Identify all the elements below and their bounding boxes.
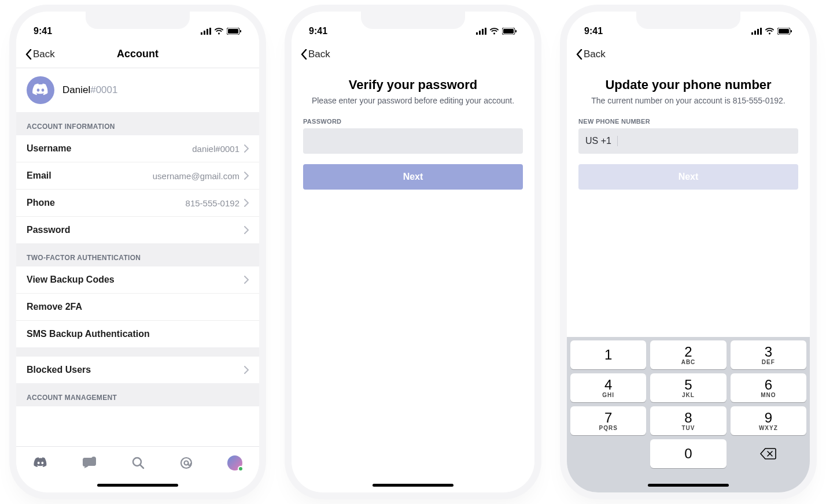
key-letters: MNO bbox=[761, 392, 776, 398]
tab-search[interactable] bbox=[131, 456, 145, 470]
key-blank bbox=[570, 439, 646, 468]
row-value: 815-555-0192 bbox=[186, 198, 239, 208]
key-8[interactable]: 8TUV bbox=[650, 406, 726, 435]
svg-rect-20 bbox=[754, 31, 756, 35]
key-digit: 4 bbox=[604, 378, 612, 392]
row-password[interactable]: Password bbox=[16, 217, 259, 243]
key-digit: 0 bbox=[684, 447, 692, 461]
back-button[interactable]: Back bbox=[301, 49, 330, 60]
svg-rect-25 bbox=[791, 30, 792, 32]
phone-input[interactable]: US +1 bbox=[578, 128, 798, 154]
key-9[interactable]: 9WXYZ bbox=[731, 406, 806, 435]
country-code-prefix[interactable]: US +1 bbox=[585, 136, 618, 146]
tab-profile[interactable] bbox=[227, 455, 242, 470]
chevron-right-icon bbox=[244, 144, 249, 153]
key-letters: DEF bbox=[762, 359, 775, 365]
row-label: SMS Backup Authentication bbox=[27, 329, 150, 339]
keypad-footer bbox=[567, 472, 810, 492]
status-right bbox=[751, 28, 792, 35]
numeric-keypad: 1 2ABC 3DEF 4GHI 5JKL 6MNO 7PQRS 8TUV 9W… bbox=[567, 337, 810, 472]
at-icon bbox=[179, 456, 193, 470]
back-button[interactable]: Back bbox=[25, 49, 55, 60]
row-email[interactable]: Email username@gmail.com bbox=[16, 162, 259, 190]
key-letters: PQRS bbox=[599, 425, 617, 431]
home-indicator bbox=[373, 484, 453, 487]
chevron-right-icon bbox=[244, 366, 249, 374]
cellular-icon bbox=[751, 28, 762, 35]
status-time: 9:41 bbox=[309, 26, 327, 36]
svg-rect-0 bbox=[201, 32, 202, 35]
next-button-label: Next bbox=[403, 172, 423, 182]
key-6[interactable]: 6MNO bbox=[731, 373, 806, 402]
key-3[interactable]: 3DEF bbox=[731, 340, 806, 369]
row-remove-2fa[interactable]: Remove 2FA bbox=[16, 294, 259, 321]
wifi-icon bbox=[214, 28, 224, 35]
nav-bar: Back Account bbox=[16, 40, 259, 68]
key-7[interactable]: 7PQRS bbox=[570, 406, 646, 435]
friends-icon bbox=[82, 457, 97, 469]
row-label: Email bbox=[27, 171, 51, 181]
tab-home[interactable] bbox=[33, 457, 48, 469]
row-value: username@gmail.com bbox=[153, 171, 239, 181]
avatar bbox=[27, 76, 54, 104]
tab-mentions[interactable] bbox=[179, 456, 193, 470]
key-1[interactable]: 1 bbox=[570, 340, 646, 369]
nav-bar: Back bbox=[567, 40, 810, 68]
content-tail bbox=[16, 406, 259, 446]
avatar-small bbox=[227, 455, 242, 470]
status-right bbox=[201, 28, 242, 35]
row-label: Blocked Users bbox=[27, 365, 91, 375]
next-button[interactable]: Next bbox=[303, 164, 523, 190]
section-two-factor: TWO-FACTOR AUTHENTICATION bbox=[16, 243, 259, 266]
svg-rect-5 bbox=[228, 29, 238, 34]
tab-friends[interactable] bbox=[82, 457, 97, 469]
phone-field-label: NEW PHONE NUMBER bbox=[567, 118, 810, 128]
svg-rect-22 bbox=[760, 28, 762, 35]
svg-rect-18 bbox=[515, 30, 517, 32]
tab-bar bbox=[16, 446, 259, 479]
svg-rect-6 bbox=[240, 30, 241, 32]
profile-row[interactable]: Daniel#0001 bbox=[16, 68, 259, 112]
password-input[interactable] bbox=[303, 128, 523, 154]
password-field-label: PASSWORD bbox=[292, 118, 534, 128]
profile-display-name: Daniel bbox=[62, 84, 90, 95]
chevron-left-icon bbox=[301, 49, 307, 60]
battery-icon bbox=[502, 28, 517, 35]
row-blocked-users[interactable]: Blocked Users bbox=[16, 357, 259, 383]
svg-rect-14 bbox=[482, 29, 484, 35]
svg-rect-3 bbox=[209, 28, 211, 35]
chevron-right-icon bbox=[244, 276, 249, 284]
back-label: Back bbox=[584, 49, 606, 60]
key-5[interactable]: 5JKL bbox=[650, 373, 726, 402]
key-2[interactable]: 2ABC bbox=[650, 340, 726, 369]
row-phone[interactable]: Phone 815-555-0192 bbox=[16, 190, 259, 217]
next-button[interactable]: Next bbox=[578, 164, 798, 190]
home-indicator bbox=[97, 484, 178, 487]
battery-icon bbox=[227, 28, 242, 35]
page-title: Update your phone number bbox=[567, 68, 810, 96]
svg-point-7 bbox=[91, 457, 96, 461]
row-username[interactable]: Username daniel#0001 bbox=[16, 135, 259, 162]
row-backup-codes[interactable]: View Backup Codes bbox=[16, 266, 259, 294]
cellular-icon bbox=[476, 28, 486, 35]
row-sms-backup[interactable]: SMS Backup Authentication bbox=[16, 321, 259, 347]
list-two-factor: View Backup Codes Remove 2FA SMS Backup … bbox=[16, 266, 259, 347]
key-0[interactable]: 0 bbox=[650, 439, 726, 468]
page-title: Verify your password bbox=[292, 68, 534, 96]
next-button-label: Next bbox=[679, 172, 699, 182]
chevron-left-icon bbox=[25, 49, 32, 60]
back-button[interactable]: Back bbox=[576, 49, 606, 60]
content: Verify your password Please enter your p… bbox=[292, 68, 534, 492]
status-time: 9:41 bbox=[34, 26, 52, 36]
content: Update your phone number The current num… bbox=[567, 68, 810, 492]
notch bbox=[361, 12, 465, 29]
key-backspace[interactable] bbox=[731, 439, 806, 468]
back-label: Back bbox=[33, 49, 55, 60]
home-indicator bbox=[648, 484, 729, 487]
svg-rect-21 bbox=[757, 29, 759, 35]
chevron-left-icon bbox=[576, 49, 582, 60]
page-subtitle: Please enter your password before editin… bbox=[292, 96, 534, 118]
key-digit: 7 bbox=[604, 411, 612, 425]
key-4[interactable]: 4GHI bbox=[570, 373, 646, 402]
page-subtitle: The current number on your account is 81… bbox=[567, 96, 810, 118]
